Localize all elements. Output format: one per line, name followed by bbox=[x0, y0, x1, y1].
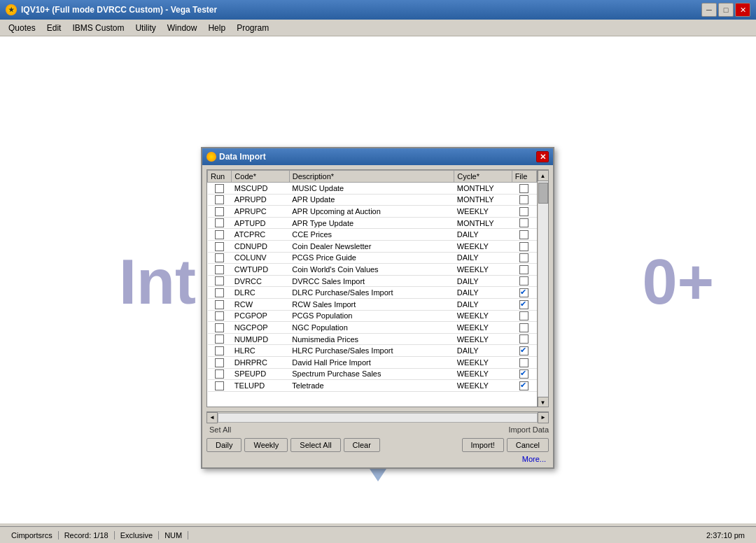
file-cell bbox=[512, 345, 536, 357]
watermark-left: Int bbox=[119, 246, 196, 318]
file-cell bbox=[512, 229, 536, 241]
menu-help[interactable]: Help bbox=[202, 22, 231, 34]
window-title: IQV10+ (Full mode DVRCC Custom) - Vega T… bbox=[21, 5, 217, 15]
run-checkbox[interactable] bbox=[215, 300, 224, 309]
run-cell bbox=[208, 206, 232, 218]
run-cell bbox=[208, 310, 232, 322]
dialog-title-left: Data Import bbox=[206, 152, 266, 162]
file-checkbox[interactable] bbox=[519, 253, 528, 262]
run-checkbox[interactable] bbox=[215, 276, 224, 285]
close-button[interactable]: ✕ bbox=[735, 3, 750, 17]
file-checkbox[interactable] bbox=[519, 242, 528, 251]
file-checkbox[interactable] bbox=[519, 334, 528, 344]
file-checkbox[interactable] bbox=[519, 184, 528, 193]
table-row: APTUPDAPR Type UpdateMONTHLY bbox=[208, 217, 537, 229]
table-row: MSCUPDMUSIC UpdateMONTHLY bbox=[208, 183, 537, 195]
code-cell: CDNUPD bbox=[232, 240, 289, 252]
file-cell bbox=[512, 380, 536, 392]
description-cell: NGC Population bbox=[289, 322, 454, 334]
file-checkbox[interactable] bbox=[519, 288, 528, 297]
vertical-scrollbar[interactable]: ▲ ▼ bbox=[537, 170, 548, 407]
menu-utility[interactable]: Utility bbox=[130, 22, 161, 34]
title-bar-left: ★ IQV10+ (Full mode DVRCC Custom) - Vega… bbox=[6, 4, 217, 15]
file-checkbox[interactable] bbox=[519, 346, 528, 355]
run-checkbox[interactable] bbox=[215, 242, 224, 251]
table-row: COLUNVPCGS Price GuideDAILY bbox=[208, 252, 537, 264]
run-checkbox[interactable] bbox=[215, 381, 224, 390]
minimize-button[interactable]: ─ bbox=[701, 3, 717, 17]
description-cell: PCGS Population bbox=[289, 310, 454, 322]
file-checkbox[interactable] bbox=[519, 207, 528, 216]
run-checkbox[interactable] bbox=[215, 311, 224, 320]
table-row: CDNUPDCoin Dealer NewsletterWEEKLY bbox=[208, 240, 537, 252]
col-run: Run bbox=[208, 171, 232, 183]
menu-window[interactable]: Window bbox=[162, 22, 203, 34]
run-checkbox[interactable] bbox=[215, 346, 224, 355]
description-cell: PCGS Price Guide bbox=[289, 252, 454, 264]
weekly-button[interactable]: Weekly bbox=[244, 438, 288, 452]
scroll-up-arrow[interactable]: ▲ bbox=[538, 170, 549, 181]
run-checkbox[interactable] bbox=[215, 323, 224, 332]
code-cell: PCGPOP bbox=[232, 310, 289, 322]
maximize-button[interactable]: □ bbox=[718, 3, 734, 17]
select-all-button[interactable]: Select All bbox=[290, 438, 340, 452]
scroll-track-v[interactable] bbox=[538, 181, 548, 397]
dialog-close-button[interactable]: ✕ bbox=[536, 151, 549, 162]
run-cell bbox=[208, 368, 232, 380]
file-checkbox[interactable] bbox=[519, 276, 528, 285]
dialog-bottom: Set All Import Data Daily Weekly Select … bbox=[202, 423, 553, 467]
run-checkbox[interactable] bbox=[215, 195, 224, 204]
left-buttons: Daily Weekly Select All Clear bbox=[206, 438, 380, 452]
horizontal-scrollbar[interactable]: ◄ ► bbox=[206, 411, 549, 423]
code-cell: DHRPRC bbox=[232, 356, 289, 368]
run-checkbox[interactable] bbox=[215, 334, 224, 344]
file-checkbox[interactable] bbox=[519, 358, 528, 367]
cycle-cell: DAILY bbox=[454, 287, 512, 299]
table-row: TELUPDTeletradeWEEKLY bbox=[208, 380, 537, 392]
file-cell bbox=[512, 183, 536, 195]
run-checkbox[interactable] bbox=[215, 207, 224, 216]
cycle-cell: WEEKLY bbox=[454, 322, 512, 334]
file-checkbox[interactable] bbox=[519, 265, 528, 274]
file-checkbox[interactable] bbox=[519, 311, 528, 320]
menu-ibms-custom[interactable]: IBMS Custom bbox=[66, 22, 130, 34]
file-checkbox[interactable] bbox=[519, 323, 528, 332]
file-checkbox[interactable] bbox=[519, 230, 528, 239]
run-cell bbox=[208, 275, 232, 287]
import-button[interactable]: Import! bbox=[462, 438, 504, 452]
run-cell bbox=[208, 183, 232, 195]
description-cell: Coin World's Coin Values bbox=[289, 264, 454, 276]
description-cell: Numismedia Prices bbox=[289, 333, 454, 345]
menu-quotes[interactable]: Quotes bbox=[3, 22, 41, 34]
cancel-button[interactable]: Cancel bbox=[507, 438, 549, 452]
menu-edit[interactable]: Edit bbox=[41, 22, 67, 34]
clear-button[interactable]: Clear bbox=[344, 438, 380, 452]
more-link[interactable]: More... bbox=[206, 453, 549, 465]
file-checkbox[interactable] bbox=[519, 369, 528, 379]
file-checkbox[interactable] bbox=[519, 300, 528, 309]
daily-button[interactable]: Daily bbox=[206, 438, 241, 452]
cycle-cell: WEEKLY bbox=[454, 264, 512, 276]
run-checkbox[interactable] bbox=[215, 358, 224, 367]
run-cell bbox=[208, 217, 232, 229]
file-checkbox[interactable] bbox=[519, 218, 528, 227]
file-checkbox[interactable] bbox=[519, 381, 528, 390]
code-cell: RCW bbox=[232, 298, 289, 310]
run-checkbox[interactable] bbox=[215, 369, 224, 379]
set-all-label: Set All bbox=[206, 425, 234, 434]
run-checkbox[interactable] bbox=[215, 288, 224, 297]
scroll-track-h[interactable] bbox=[218, 413, 538, 423]
menu-program[interactable]: Program bbox=[231, 22, 274, 34]
run-checkbox[interactable] bbox=[215, 218, 224, 227]
run-checkbox[interactable] bbox=[215, 184, 224, 193]
data-table: Run Code* Description* Cycle* File MSCUP… bbox=[207, 170, 537, 392]
file-checkbox[interactable] bbox=[519, 195, 528, 204]
run-checkbox[interactable] bbox=[215, 230, 224, 239]
table-row: PCGPOPPCGS PopulationWEEKLY bbox=[208, 310, 537, 322]
scroll-left-arrow[interactable]: ◄ bbox=[206, 412, 218, 423]
scroll-down-arrow[interactable]: ▼ bbox=[538, 397, 549, 407]
scroll-thumb-v[interactable] bbox=[538, 183, 548, 204]
run-checkbox[interactable] bbox=[215, 265, 224, 274]
run-checkbox[interactable] bbox=[215, 253, 224, 262]
scroll-right-arrow[interactable]: ► bbox=[538, 412, 549, 423]
